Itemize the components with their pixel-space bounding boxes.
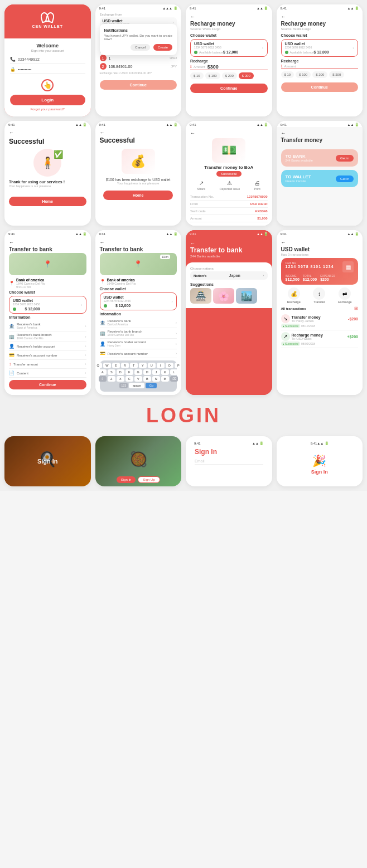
key-go[interactable]: Go	[146, 383, 157, 388]
key-p[interactable]: P	[175, 363, 181, 368]
opt-wallet-btn[interactable]: Get in	[336, 175, 354, 182]
qa-100[interactable]: $ 100	[205, 72, 220, 79]
key-x[interactable]: X	[117, 376, 124, 382]
key-i[interactable]: I	[157, 363, 165, 368]
signin-form-time: 9:41	[194, 442, 201, 445]
opt-to-bank[interactable]: TO BANK 244 Banks available Get in	[281, 149, 359, 167]
key-s[interactable]: S	[108, 369, 115, 375]
success1-home-btn[interactable]: Home	[9, 197, 86, 206]
signin-email-input[interactable]	[195, 458, 263, 465]
tb1-field-content[interactable]: 📄 Content ›	[9, 369, 86, 378]
key-w[interactable]: W	[103, 363, 111, 368]
key-o[interactable]: O	[166, 363, 173, 368]
key-u[interactable]: U	[148, 363, 156, 368]
success1-back[interactable]: ←	[9, 130, 86, 135]
key-l[interactable]: L	[170, 369, 178, 375]
suggestion-city[interactable]: 🏙️	[236, 288, 257, 304]
qa-200[interactable]: $ 200	[222, 72, 237, 79]
tb1-field-recvbranch[interactable]: 🏢 Receiver's bank branch 1640 Camino Del…	[9, 331, 86, 342]
recharge2-continue-btn[interactable]: Continue	[281, 82, 359, 92]
exchange-continue-btn[interactable]: Continue	[100, 80, 177, 90]
success2-back[interactable]: ←	[100, 130, 105, 135]
key-b[interactable]: B	[143, 376, 151, 382]
tb2-field-recvbank[interactable]: 🏦 Receiver's bank Bank of America ›	[100, 318, 177, 328]
recharge2-back-arrow[interactable]: ←	[281, 14, 359, 19]
boa-back[interactable]: ←	[190, 130, 268, 136]
key-q[interactable]: Q	[95, 363, 102, 368]
key-123[interactable]: 123	[119, 383, 128, 388]
qa2-10[interactable]: $ 10	[281, 71, 294, 78]
key-h[interactable]: H	[143, 369, 151, 375]
qa2-200[interactable]: $ 200	[312, 71, 327, 78]
tb1-field-accnum[interactable]: 💳 Receiver's account number ›	[9, 351, 86, 360]
recharge1-continue-btn[interactable]: Continue	[190, 84, 268, 93]
opt-bank-btn[interactable]: Get in	[336, 155, 354, 162]
action-report[interactable]: ⚠ Reported issue	[219, 180, 240, 191]
phone-value[interactable]: 0234449922	[18, 57, 40, 61]
key-backspace[interactable]: ⌫	[170, 376, 178, 382]
tb1-wallet-card[interactable]: USD wallet 1234 5678 9012 3456 $ 12,000 …	[9, 296, 86, 314]
key-c[interactable]: C	[125, 376, 133, 382]
tb2-field-holder[interactable]: 👤 Receiver's holder account Harry Jam ›	[100, 339, 177, 349]
login-button[interactable]: Login	[10, 95, 85, 105]
suggestion-castle[interactable]: 🏯	[190, 288, 211, 304]
wallet-recharge-action[interactable]: 💰 Recharge	[287, 287, 301, 304]
key-e[interactable]: E	[112, 363, 120, 368]
recharge1-amount-val[interactable]: $300	[207, 64, 219, 70]
recharge1-wallet-card[interactable]: USD wallet 1234 5678 9012 3456 Available…	[190, 39, 268, 57]
key-m[interactable]: M	[161, 376, 169, 382]
tb1-field-holder[interactable]: 👤 Receiver's holder account ›	[9, 342, 86, 351]
tb1-back[interactable]: ←	[9, 240, 86, 245]
forgot-password-link[interactable]: Forgot your password?	[31, 108, 65, 111]
password-value[interactable]: ••••••••••	[18, 67, 32, 71]
signin-btn-2[interactable]: Sign In	[117, 476, 136, 483]
qa-10[interactable]: $ 10	[190, 72, 204, 79]
transaction-2[interactable]: ↗ Recharge money To: USD wallet +$200 ● …	[281, 330, 359, 348]
success2-home-btn[interactable]: Home	[103, 191, 173, 200]
on-screen-keyboard[interactable]: Q W E R T Y U I O P A S D	[100, 360, 177, 392]
key-shift[interactable]: ⇧	[99, 376, 107, 382]
qa-300[interactable]: $ 300	[239, 72, 254, 79]
opt-to-wallet[interactable]: TO WALLET Free to transfer Get in	[281, 170, 359, 187]
key-j[interactable]: J	[152, 369, 160, 375]
action-share[interactable]: ↗ Share	[197, 180, 206, 191]
key-n[interactable]: N	[152, 376, 160, 382]
wallet-exchange-action[interactable]: ⇄ Exchange	[338, 287, 351, 304]
tb2-wallet-card[interactable]: USD wallet 1234 5678 9012 3456 $ 12,000 …	[100, 292, 177, 310]
tb2-back[interactable]: ←	[100, 240, 177, 245]
suggestion-cherry[interactable]: 🌸	[213, 288, 234, 304]
action-print[interactable]: 🖨 Print	[254, 180, 260, 191]
key-k[interactable]: K	[161, 369, 169, 375]
recharge2-wallet-card[interactable]: USD wallet 1234 5678 9012 3456 Available…	[281, 39, 359, 57]
key-d[interactable]: D	[117, 369, 124, 375]
key-f[interactable]: F	[125, 369, 133, 375]
tb1-continue-btn[interactable]: Continue	[9, 380, 86, 389]
fingerprint-area[interactable]: 👆	[41, 79, 54, 91]
key-r[interactable]: R	[121, 363, 129, 368]
transfer-opts-title: Transfer money	[281, 137, 359, 143]
tb1-field-amount[interactable]: ↕ Transfer amount ›	[9, 360, 86, 369]
recharge1-back-arrow[interactable]: ←	[190, 14, 268, 19]
qa2-300[interactable]: $ 300	[329, 71, 344, 78]
key-a[interactable]: A	[99, 369, 107, 375]
tb2-field-recvbranch[interactable]: 🏢 Receiver's bank branch 1640 Camino Del…	[100, 328, 177, 339]
key-z[interactable]: Z	[108, 376, 115, 382]
key-t[interactable]: T	[130, 363, 138, 368]
filter-icon[interactable]: ⊞	[354, 306, 358, 311]
usd-wallet-back[interactable]: ←	[281, 240, 359, 245]
tb2-field-accnum[interactable]: 💳 Receiver's account number ›	[100, 349, 177, 358]
tb1-field-recvbank[interactable]: 🏦 Receiver's bank Bank of America ›	[9, 321, 86, 331]
wallet-transfer-action[interactable]: ↕ Transfer	[313, 287, 325, 304]
key-space[interactable]: space	[129, 383, 144, 388]
nations-row[interactable]: Nation's Japan ›	[190, 271, 268, 280]
tb-red-back[interactable]: ←	[190, 241, 195, 246]
notif-create-btn[interactable]: Create	[153, 44, 172, 51]
signup-btn-2[interactable]: Sign Up	[138, 476, 160, 483]
transaction-1[interactable]: ↘ Transfer money To: Harry James -$200 ●…	[281, 313, 359, 330]
notif-cancel-btn[interactable]: Cancel	[131, 44, 150, 51]
qa2-100[interactable]: $ 100	[296, 71, 311, 78]
key-g[interactable]: G	[134, 369, 142, 375]
key-v[interactable]: V	[134, 376, 142, 382]
key-y[interactable]: Y	[139, 363, 147, 368]
transfer-opts-back[interactable]: ←	[281, 130, 359, 136]
